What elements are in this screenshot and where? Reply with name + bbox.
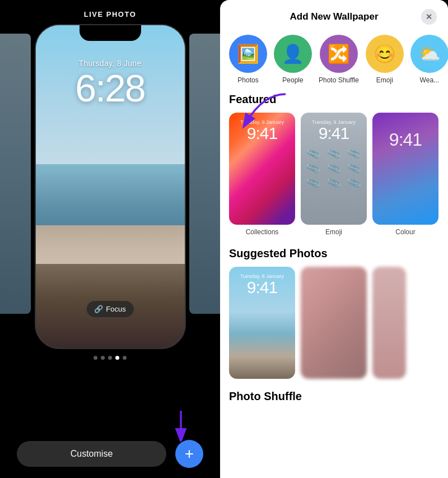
live-photo-label: LIVE PHOTO — [84, 10, 137, 18]
people-icon-circle: 👤 — [274, 35, 312, 73]
phone-time-display: Thursday, 8 June 6:28 — [36, 59, 185, 107]
dot-2 — [101, 356, 105, 360]
arrow-down-icon — [170, 408, 192, 442]
arrow-right-annotation — [235, 89, 291, 133]
add-wallpaper-button[interactable]: + — [175, 440, 203, 468]
paperclip-7: 📎 — [302, 174, 324, 192]
photo-shuffle-type-label: Photo Shuffle — [319, 76, 359, 84]
suggested-card-people[interactable] — [301, 267, 367, 379]
modal-title: Add New Wallpaper — [247, 11, 421, 22]
colour-label: Colour — [395, 228, 415, 236]
weather-icon-circle: ⛅ — [410, 35, 448, 73]
dot-1 — [94, 356, 97, 360]
colour-time: 9:41 — [372, 129, 438, 150]
right-panel: Add New Wallpaper ✕ 🖼️ Photos 👤 People 🔀… — [220, 0, 448, 478]
suggested-card-beach[interactable]: Tuesday, 8 January 9:41 — [229, 267, 295, 379]
paperclip-2: 📎 — [323, 145, 344, 163]
emoji-icon-circle: 😊 — [366, 35, 404, 73]
photo-shuffle-section-title: Photo Shuffle — [229, 390, 439, 403]
emoji-icon: 😊 — [374, 43, 396, 64]
phone-notch — [80, 25, 141, 41]
paperclip-4: 📎 — [302, 160, 324, 178]
wallpaper-type-photos[interactable]: 🖼️ Photos — [229, 35, 267, 84]
emoji-pattern: 📎 📎 📎 📎 📎 📎 📎 📎 📎 — [301, 113, 367, 225]
suggested-card-partial — [372, 267, 406, 379]
paperclip-3: 📎 — [344, 145, 365, 163]
close-button[interactable]: ✕ — [421, 9, 437, 25]
emoji-card-label: Emoji — [325, 228, 342, 236]
modal-header: Add New Wallpaper ✕ — [220, 0, 448, 30]
shuffle-icon: 🔀 — [328, 43, 350, 64]
focus-badge: 🔗 Focus — [86, 301, 133, 317]
featured-card-emoji[interactable]: Tuesday, 9 January 9:41 📎 📎 📎 📎 📎 📎 📎 📎 … — [301, 113, 367, 236]
dot-4-active — [115, 356, 119, 360]
dot-3 — [108, 356, 112, 360]
side-wallpaper-right — [189, 34, 220, 314]
suggested-row: Tuesday, 8 January 9:41 — [229, 267, 439, 379]
customise-button[interactable]: Customise — [17, 441, 166, 467]
bottom-bar: Customise + — [0, 440, 220, 468]
photos-icon: 🖼️ — [237, 43, 259, 64]
paperclip-5: 📎 — [323, 160, 344, 178]
wallpaper-types-row: 🖼️ Photos 👤 People 🔀 Photo Shuffle 😊 Emo… — [220, 30, 448, 93]
collections-label: Collections — [246, 228, 279, 236]
left-panel: LIVE PHOTO Thursday, 8 June 6:28 🔗 Focus… — [0, 0, 220, 478]
modal-scroll-content[interactable]: Featured Tuesday, 9 January 9:41 Collect… — [220, 93, 448, 478]
side-wallpaper-left — [0, 34, 31, 314]
photo-shuffle-icon-circle: 🔀 — [320, 35, 358, 73]
people-icon: 👤 — [282, 43, 304, 64]
featured-card-colour[interactable]: 9:41 Colour — [372, 113, 438, 236]
sea-layer — [36, 164, 185, 235]
wallpaper-type-photo-shuffle[interactable]: 🔀 Photo Shuffle — [319, 35, 359, 84]
paperclip-1: 📎 — [302, 145, 324, 163]
weather-icon: ⛅ — [418, 43, 441, 64]
weather-type-label: Wea... — [420, 76, 439, 84]
paperclip-6: 📎 — [344, 160, 365, 178]
focus-icon: 🔗 — [94, 305, 103, 313]
suggested-section-title: Suggested Photos — [229, 247, 439, 260]
focus-label: Focus — [106, 305, 125, 313]
wallpaper-type-people[interactable]: 👤 People — [274, 35, 312, 84]
beach-time: 9:41 — [229, 278, 295, 297]
dot-5 — [123, 356, 127, 360]
emoji-thumb: Tuesday, 9 January 9:41 📎 📎 📎 📎 📎 📎 📎 📎 … — [301, 113, 367, 225]
paperclip-9: 📎 — [344, 174, 365, 192]
photos-icon-circle: 🖼️ — [229, 35, 267, 73]
people-type-label: People — [282, 76, 303, 84]
photos-type-label: Photos — [237, 76, 258, 84]
wallpaper-type-emoji[interactable]: 😊 Emoji — [366, 35, 404, 84]
dot-indicators — [94, 356, 127, 360]
phone-mockup: Thursday, 8 June 6:28 🔗 Focus — [35, 24, 186, 349]
wallpaper-type-weather[interactable]: ⛅ Wea... — [410, 35, 448, 84]
phone-clock: 6:28 — [36, 69, 185, 107]
colour-thumb: 9:41 — [372, 113, 438, 225]
paperclip-8: 📎 — [323, 174, 344, 192]
emoji-type-label: Emoji — [376, 76, 393, 84]
